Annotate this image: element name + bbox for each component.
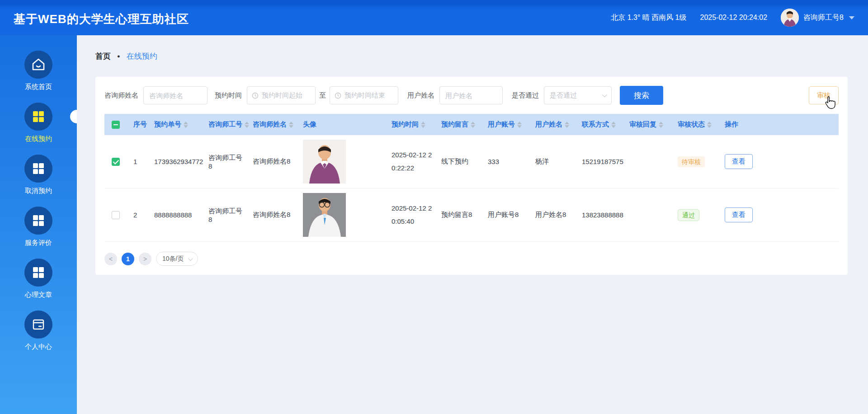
cell-message: 线下预约: [435, 135, 481, 188]
sidebar-item-online-appointment[interactable]: 在线预约: [0, 103, 77, 143]
appointment-time-label: 预约时间: [215, 91, 242, 100]
cell-order-no: 1739362934772: [148, 135, 202, 188]
sidebar-item-label: 心理文章: [25, 291, 52, 299]
sort-icon[interactable]: [611, 122, 616, 128]
cell-consultant-id: 咨询师工号8: [202, 188, 246, 242]
appointments-table: 序号 预约单号 咨询师工号 咨询师姓名 头像 预约时间 预约留言 用户账号 用户…: [104, 114, 839, 242]
chevron-down-icon: [188, 255, 193, 260]
chevron-down-icon: [602, 92, 607, 97]
sort-icon[interactable]: [517, 122, 522, 128]
user-menu[interactable]: 咨询师工号8: [781, 9, 854, 27]
consultant-name-input[interactable]: [143, 86, 208, 104]
id-card-icon: [24, 310, 52, 339]
username-text: 咨询师工号8: [803, 13, 844, 23]
sidebar-item-label: 个人中心: [25, 343, 52, 351]
cell-audit-reply: [623, 135, 671, 188]
content-card: 咨询师姓名 预约时间 预约时间起始 至 预约时间结束 用户姓名 是否通过 是否通…: [95, 77, 848, 275]
col-contact[interactable]: 联系方式: [576, 114, 623, 135]
sidebar-item-personal-center[interactable]: 个人中心: [0, 310, 77, 351]
status-badge: 待审核: [678, 156, 705, 167]
sort-icon[interactable]: [184, 122, 188, 128]
col-consultant-name[interactable]: 咨询师姓名: [246, 114, 297, 135]
sort-icon[interactable]: [565, 122, 569, 128]
col-time[interactable]: 预约时间: [385, 114, 435, 135]
pass-filter-placeholder: 是否通过: [550, 91, 577, 100]
user-avatar[interactable]: [781, 9, 799, 27]
table-header-row: 序号 预约单号 咨询师工号 咨询师姓名 头像 预约时间 预约留言 用户账号 用户…: [104, 114, 839, 135]
cell-order-no: 8888888888: [148, 188, 202, 242]
home-icon: [24, 51, 52, 79]
user-name-input[interactable]: [439, 86, 503, 104]
pass-filter-label: 是否通过: [512, 91, 539, 100]
cell-audit-reply: [623, 188, 671, 242]
page-size-select[interactable]: 10条/页: [156, 252, 198, 266]
breadcrumb-current[interactable]: 在线预约: [127, 51, 157, 61]
sort-icon[interactable]: [245, 122, 249, 128]
cell-consultant-name: 咨询师姓名8: [246, 188, 297, 242]
sort-icon[interactable]: [421, 122, 425, 128]
sidebar-item-label: 在线预约: [25, 135, 52, 143]
cell-index: 1: [127, 135, 148, 188]
sort-icon[interactable]: [471, 122, 475, 128]
time-end-input[interactable]: 预约时间结束: [330, 86, 398, 104]
cell-user-name: 用户姓名8: [529, 188, 576, 242]
breadcrumb-home[interactable]: 首页: [95, 51, 111, 61]
top-header-bar: 基于WEB的大学生心理互助社区 北京 1.3° 晴 西南风 1级 2025-02…: [0, 0, 868, 35]
grid-icon: [24, 103, 52, 131]
filter-bar: 咨询师姓名 预约时间 预约时间起始 至 预约时间结束 用户姓名 是否通过 是否通…: [104, 86, 839, 105]
col-order-no[interactable]: 预约单号: [148, 114, 202, 135]
next-page-button[interactable]: >: [139, 253, 151, 265]
time-end-placeholder: 预约时间结束: [344, 91, 385, 100]
clock-icon: [335, 92, 341, 99]
cell-index: 2: [127, 188, 148, 242]
col-message[interactable]: 预约留言: [435, 114, 481, 135]
view-button[interactable]: 查看: [725, 207, 753, 222]
audit-button[interactable]: 审核: [809, 86, 839, 104]
to-separator: 至: [319, 91, 326, 100]
cell-actions: 查看: [718, 135, 839, 188]
cell-avatar: [297, 188, 385, 242]
cell-consultant-name: 咨询师姓名8: [246, 135, 297, 188]
sidebar-item-label: 取消预约: [25, 187, 52, 195]
col-user-name[interactable]: 用户姓名: [529, 114, 576, 135]
col-actions: 操作: [718, 114, 839, 135]
col-consultant-id[interactable]: 咨询师工号: [202, 114, 246, 135]
user-dropdown-caret-icon[interactable]: [849, 16, 854, 19]
grid-icon: [24, 207, 52, 235]
man-white-coat-photo: [303, 193, 346, 237]
sidebar-item-service-review[interactable]: 服务评价: [0, 207, 77, 247]
cell-user-name: 杨洋: [529, 135, 576, 188]
page-number-1[interactable]: 1: [122, 253, 134, 265]
sort-icon[interactable]: [659, 122, 663, 128]
view-button[interactable]: 查看: [725, 154, 753, 169]
time-start-input[interactable]: 预约时间起始: [247, 86, 316, 104]
breadcrumb: 首页 ● 在线预约: [95, 35, 848, 77]
sidebar-item-label: 系统首页: [25, 83, 52, 91]
cell-user-account: 333: [481, 135, 529, 188]
row-checkbox[interactable]: [112, 158, 120, 166]
sidebar-item-psychology-articles[interactable]: 心理文章: [0, 259, 77, 299]
search-button[interactable]: 搜索: [620, 86, 663, 105]
prev-page-button[interactable]: <: [104, 253, 117, 265]
man-purple-sweater-photo: [303, 140, 346, 183]
col-audit-reply[interactable]: 审核回复: [623, 114, 671, 135]
time-start-placeholder: 预约时间起始: [262, 91, 302, 100]
col-user-account[interactable]: 用户账号: [481, 114, 529, 135]
sidebar-item-label: 服务评价: [25, 239, 52, 247]
row-checkbox[interactable]: [112, 211, 120, 219]
pass-filter-select[interactable]: 是否通过: [544, 86, 612, 104]
sidebar-item-system-home[interactable]: 系统首页: [0, 51, 77, 91]
sort-icon[interactable]: [707, 122, 712, 128]
sidebar-nav: 系统首页 在线预约 取消预约: [0, 35, 77, 414]
app-title: 基于WEB的大学生心理互助社区: [14, 9, 189, 27]
consultant-name-label: 咨询师姓名: [104, 91, 138, 100]
status-badge: 通过: [678, 209, 699, 221]
sidebar-item-cancel-appointment[interactable]: 取消预约: [0, 155, 77, 195]
sort-icon[interactable]: [289, 122, 293, 128]
pagination: < 1 > 10条/页: [104, 252, 839, 266]
select-all-checkbox[interactable]: [112, 121, 120, 129]
cell-message: 预约留言8: [435, 188, 481, 242]
cell-user-account: 用户账号8: [481, 188, 529, 242]
col-audit-status[interactable]: 审核状态: [671, 114, 718, 135]
page-size-value: 10条/页: [162, 255, 184, 263]
